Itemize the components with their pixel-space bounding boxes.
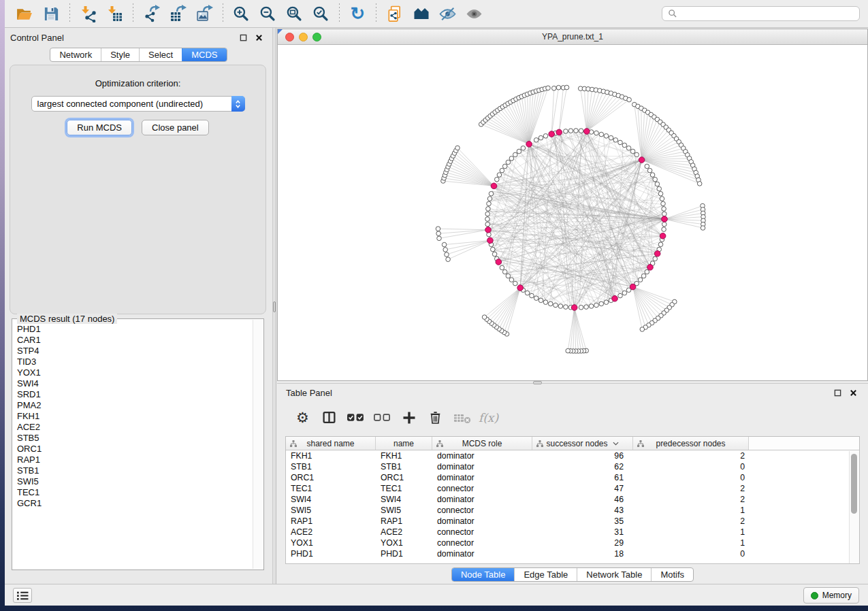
graph-node[interactable]: [566, 348, 570, 353]
graph-node[interactable]: [622, 291, 627, 295]
mcds-result-item[interactable]: TEC1: [17, 487, 251, 498]
graph-node[interactable]: [437, 236, 442, 241]
tab-edge-table[interactable]: Edge Table: [514, 568, 577, 581]
mcds-result-item[interactable]: RAP1: [17, 455, 251, 465]
graph-node[interactable]: [487, 201, 492, 206]
graph-node[interactable]: [509, 156, 514, 161]
task-history-button[interactable]: [13, 588, 32, 603]
mcds-list-scrollbar[interactable]: [253, 320, 263, 569]
graph-node[interactable]: [653, 177, 658, 182]
graph-node[interactable]: [564, 305, 568, 310]
graph-node[interactable]: [513, 281, 518, 286]
hide-selected-icon[interactable]: [434, 2, 461, 25]
graph-node[interactable]: [618, 293, 623, 298]
minimize-window-icon[interactable]: [299, 33, 308, 42]
graph-node[interactable]: [661, 201, 666, 206]
search-input[interactable]: [681, 9, 859, 18]
graph-node[interactable]: [645, 164, 649, 169]
graph-selected-node[interactable]: [496, 259, 502, 265]
graph-node[interactable]: [455, 146, 460, 150]
graph-node[interactable]: [486, 207, 491, 212]
graph-node[interactable]: [599, 301, 604, 306]
graph-node[interactable]: [442, 242, 447, 247]
close-panel-icon[interactable]: [255, 34, 263, 42]
graph-node[interactable]: [594, 131, 599, 135]
refresh-icon[interactable]: ↻: [344, 2, 371, 25]
column-header-predecessor-nodes[interactable]: predecessor nodes: [633, 437, 749, 450]
open-folder-icon[interactable]: [12, 2, 38, 25]
tab-style[interactable]: Style: [101, 48, 139, 61]
graph-node[interactable]: [446, 257, 451, 262]
network-graph[interactable]: [278, 45, 867, 380]
add-row-icon[interactable]: [396, 406, 422, 430]
graph-selected-node[interactable]: [556, 129, 562, 135]
graph-node[interactable]: [564, 129, 568, 134]
graph-node[interactable]: [552, 86, 557, 90]
export-table-icon[interactable]: [165, 2, 191, 25]
graph-node[interactable]: [443, 248, 448, 252]
graph-node[interactable]: [653, 257, 658, 261]
graph-node[interactable]: [701, 226, 705, 231]
graph-node[interactable]: [640, 327, 645, 332]
graph-selected-node[interactable]: [662, 216, 668, 222]
graph-node[interactable]: [553, 303, 558, 308]
mcds-result-item[interactable]: STB5: [17, 433, 251, 444]
graph-node[interactable]: [662, 212, 667, 216]
graph-node[interactable]: [568, 129, 573, 133]
graph-node[interactable]: [482, 315, 487, 320]
graph-node[interactable]: [658, 191, 663, 196]
mcds-result-item[interactable]: TID3: [17, 357, 251, 367]
zoom-in-icon[interactable]: [228, 2, 255, 25]
graph-selected-node[interactable]: [549, 131, 555, 137]
graph-node[interactable]: [445, 252, 449, 257]
table-row[interactable]: RAP1RAP1dominator352: [286, 516, 859, 527]
graph-node[interactable]: [613, 138, 618, 143]
graph-selected-node[interactable]: [491, 183, 497, 189]
graph-selected-node[interactable]: [571, 305, 577, 311]
mcds-result-item[interactable]: YOX1: [17, 367, 251, 378]
table-row[interactable]: FKH1FKH1dominator962: [286, 450, 859, 461]
mcds-result-item[interactable]: SRD1: [17, 389, 251, 400]
mcds-result-item[interactable]: CAR1: [17, 335, 251, 346]
table-row[interactable]: ACE2ACE2connector311: [286, 527, 859, 538]
graph-node[interactable]: [634, 152, 639, 157]
graph-node[interactable]: [647, 168, 652, 173]
deselect-all-icon[interactable]: [369, 406, 396, 430]
graph-node[interactable]: [662, 207, 666, 212]
delete-row-icon[interactable]: [422, 406, 449, 430]
graph-node[interactable]: [502, 164, 507, 169]
graph-selected-node[interactable]: [647, 265, 654, 271]
graph-node[interactable]: [697, 182, 702, 186]
graph-node[interactable]: [489, 191, 494, 196]
graph-node[interactable]: [579, 129, 583, 133]
mcds-result-item[interactable]: SWI5: [17, 476, 251, 487]
export-image-icon[interactable]: [191, 2, 218, 25]
graph-node[interactable]: [502, 269, 507, 274]
graph-node[interactable]: [485, 217, 490, 222]
graph-node[interactable]: [609, 135, 613, 140]
graph-node[interactable]: [662, 222, 667, 227]
graph-node[interactable]: [558, 304, 563, 309]
graph-node[interactable]: [574, 129, 579, 133]
search-box[interactable]: [662, 6, 860, 21]
graph-node[interactable]: [436, 227, 440, 231]
graph-node[interactable]: [604, 134, 609, 139]
show-column-icon[interactable]: [316, 406, 342, 430]
mcds-result-item[interactable]: ORC1: [17, 444, 251, 455]
graph-node[interactable]: [641, 274, 646, 278]
float-panel-icon[interactable]: [834, 389, 841, 397]
graph-node[interactable]: [521, 146, 526, 150]
graph-node[interactable]: [594, 303, 599, 308]
table-row[interactable]: ORC1ORC1dominator610: [286, 472, 859, 483]
graph-node[interactable]: [589, 304, 594, 309]
import-network-icon[interactable]: [75, 2, 101, 25]
graph-node[interactable]: [500, 265, 504, 270]
graph-node[interactable]: [604, 300, 609, 305]
graph-node[interactable]: [539, 298, 543, 303]
graph-node[interactable]: [626, 146, 631, 150]
graph-node[interactable]: [564, 85, 569, 90]
graph-node[interactable]: [657, 186, 662, 191]
table-row[interactable]: PHD1PHD1dominator180: [286, 548, 859, 559]
graph-node[interactable]: [645, 269, 649, 274]
graph-node[interactable]: [506, 160, 511, 165]
